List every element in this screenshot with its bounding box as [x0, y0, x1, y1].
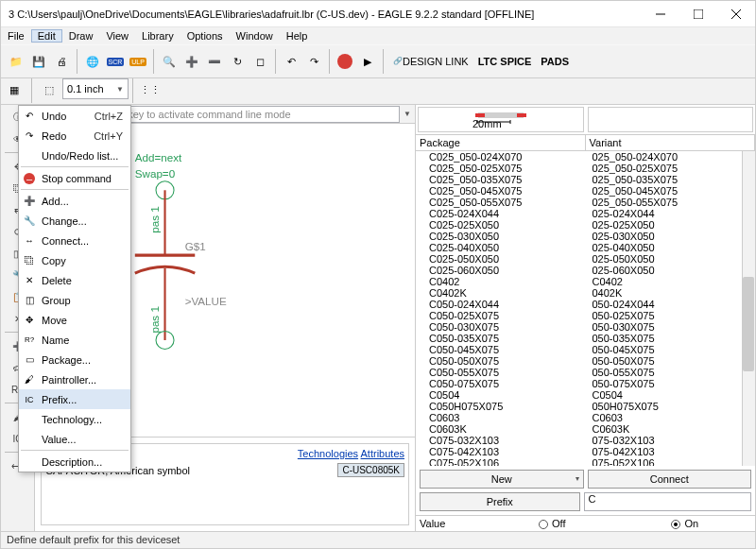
menu-prefix[interactable]: ICPrefix... [19, 389, 130, 409]
table-row[interactable]: C0603C0603✓ [416, 412, 755, 423]
menu-connect[interactable]: ↔Connect... [19, 231, 130, 250]
menu-options[interactable]: Options [180, 29, 230, 43]
prefix-button[interactable]: Prefix [420, 492, 580, 511]
table-row[interactable]: C025-050X050025-050X050✓ [416, 253, 755, 265]
table-row[interactable]: C050-075X075050-075X075✓ [416, 378, 755, 389]
menu-package[interactable]: ▭Package... [19, 350, 130, 369]
header-package[interactable]: Package [416, 135, 586, 150]
zoom-out-button[interactable]: ➖ [203, 50, 226, 73]
menu-change[interactable]: 🔧Change... [19, 211, 130, 231]
table-row[interactable]: C025_050-025X075025_050-025X075✓ [416, 163, 755, 174]
value-off[interactable]: Off [486, 518, 619, 529]
layer-select[interactable]: 0.1 inch▼ [62, 78, 129, 99]
menu-edit[interactable]: Edit [31, 29, 62, 43]
layer-button[interactable]: ⬚ [36, 78, 62, 101]
table-row[interactable]: C025_050-035X075025_050-035X075✓ [416, 174, 755, 185]
value-on[interactable]: On [619, 518, 752, 529]
menu-move[interactable]: ✥Move [19, 310, 130, 330]
svg-rect-0 [694, 9, 703, 19]
menu-paintroller[interactable]: 🖌Paintroller... [19, 369, 130, 389]
statusbar: Define default prefix for this deviceset [1, 531, 755, 548]
menu-view[interactable]: View [99, 29, 135, 43]
connect-button[interactable]: Connect [588, 470, 752, 489]
scr-button[interactable]: SCR [104, 50, 127, 73]
table-row[interactable]: C075-032X103075-032X103✓ [416, 435, 755, 446]
close-button[interactable] [717, 1, 755, 27]
table-row[interactable]: C050-035X075050-035X075✓ [416, 333, 755, 344]
redo-button[interactable]: ↷ [302, 50, 325, 73]
menu-undo[interactable]: ↶UndoCtrl+Z [19, 106, 130, 126]
table-row[interactable]: C025_050-045X075025_050-045X075✓ [416, 185, 755, 197]
attributes-link[interactable]: Attributes [361, 448, 404, 459]
table-row[interactable]: C050-030X075050-030X075✓ [416, 321, 755, 333]
ulp-button[interactable]: ULP [127, 50, 149, 73]
table-row[interactable]: C050-025X075050-025X075✓ [416, 310, 755, 321]
minimize-button[interactable] [642, 1, 679, 27]
zoom-in-button[interactable]: ➕ [180, 50, 203, 73]
menu-name[interactable]: R?Name [19, 330, 130, 350]
menu-file[interactable]: File [1, 29, 31, 43]
table-row[interactable]: C025_050-055X075025_050-055X075✓ [416, 197, 755, 208]
print-button[interactable]: 🖨 [50, 50, 73, 73]
table-row[interactable]: C025-024X044025-024X044✓ [416, 208, 755, 219]
table-row[interactable]: C025-060X050025-060X050✓ [416, 265, 755, 276]
radio-on[interactable] [671, 520, 680, 529]
description-tabs: Technologies Attributes [298, 448, 404, 459]
save-button[interactable]: 💾 [27, 50, 50, 73]
prefix-input[interactable]: C [584, 492, 752, 511]
header-variant[interactable]: Variant [586, 135, 756, 150]
table-body[interactable]: C025_050-024X070025_050-024X070✓C025_050… [416, 151, 755, 466]
menu-value[interactable]: Value... [19, 429, 130, 449]
table-row[interactable]: C050H075X075050H075X075✓ [416, 401, 755, 412]
menu-copy[interactable]: ⿻Copy [19, 250, 130, 270]
technology-value[interactable]: C-USC0805K [337, 463, 404, 477]
menu-group[interactable]: ◫Group [19, 290, 130, 310]
menu-redo[interactable]: ↷RedoCtrl+Y [19, 126, 130, 146]
table-row[interactable]: C050-024X044050-024X044✓ [416, 299, 755, 310]
menu-draw[interactable]: Draw [62, 29, 100, 43]
table-row[interactable]: C0504C0504✓ [416, 389, 755, 401]
menu-library[interactable]: Library [135, 29, 180, 43]
menu-undoredo-list[interactable]: Undo/Redo list... [19, 146, 130, 165]
table-row[interactable]: C075-042X103075-042X103✓ [416, 446, 755, 457]
table-row[interactable]: C050-045X075050-045X075✓ [416, 344, 755, 355]
new-button[interactable]: New▾ [420, 470, 584, 489]
zoom-select-button[interactable]: ◻ [249, 50, 271, 73]
technologies-link[interactable]: Technologies [298, 448, 358, 459]
table-row[interactable]: C0402K0402K✓ [416, 287, 755, 299]
table-row[interactable]: C025-025X050025-025X050✓ [416, 219, 755, 231]
undo-button[interactable]: ↶ [280, 50, 302, 73]
menu-description[interactable]: Description... [19, 452, 130, 472]
go-button[interactable]: ▶ [356, 50, 379, 73]
menu-window[interactable]: Window [230, 29, 280, 43]
table-row[interactable]: C0402C0402✓ [416, 276, 755, 287]
grid-button[interactable]: ▦ [1, 78, 27, 101]
copy-icon: ⿻ [22, 253, 37, 268]
open-button[interactable]: 📁 [5, 50, 27, 73]
menu-add[interactable]: ➕Add... [19, 191, 130, 211]
ltspice-button[interactable]: LTC SPICE [478, 50, 532, 73]
scroll-thumb[interactable] [743, 277, 754, 371]
manufacturing-button[interactable]: 🌐 [81, 50, 104, 73]
radio-off[interactable] [539, 520, 548, 529]
table-row[interactable]: C025-040X050025-040X050✓ [416, 242, 755, 253]
table-row[interactable]: C0603KC0603K✓ [416, 423, 755, 435]
menu-help[interactable]: Help [280, 29, 315, 43]
table-row[interactable]: C050-050X075050-050X075✓ [416, 355, 755, 367]
pads-button[interactable]: PADS [541, 50, 569, 73]
designlink-button[interactable]: 🔗 DESIGN LINK [393, 50, 469, 73]
zoom-fit-button[interactable]: 🔍 [158, 50, 180, 73]
table-row[interactable]: C025_050-024X070025_050-024X070✓ [416, 151, 755, 163]
grid-dots-button[interactable]: ⋮⋮ [137, 78, 163, 101]
menu-stop-command[interactable]: –Stop command [19, 168, 130, 188]
maximize-button[interactable] [679, 1, 717, 27]
zoom-redraw-button[interactable]: ↻ [226, 50, 249, 73]
table-row[interactable]: C050-055X075050-055X075✓ [416, 367, 755, 378]
commandline-dropdown[interactable]: ▼ [400, 110, 415, 118]
table-row[interactable]: C025-030X050025-030X050✓ [416, 231, 755, 242]
stop-button[interactable] [334, 50, 356, 73]
table-row[interactable]: C075-052X106075-052X106✓ [416, 457, 755, 466]
menu-technology[interactable]: Technology... [19, 409, 130, 429]
menu-delete[interactable]: ✕Delete [19, 270, 130, 290]
scrollbar[interactable] [742, 151, 755, 466]
